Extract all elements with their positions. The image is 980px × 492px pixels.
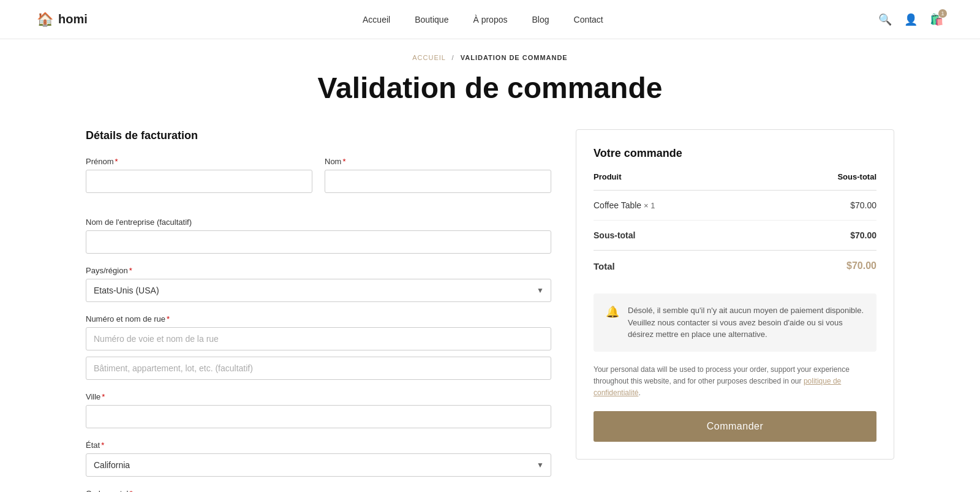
breadcrumb: ACCUEIL / VALIDATION DE COMMANDE (0, 54, 980, 61)
header-icons: 🔍 👤 🛍️ 1 (878, 13, 943, 26)
company-input[interactable] (86, 230, 551, 254)
state-select-wrapper: California New York Texas Florida ▼ (86, 453, 551, 477)
street-label: Numéro et nom de rue* (86, 314, 551, 324)
logo-text: homi (58, 12, 88, 26)
main-content: Détails de facturation Prénom* Nom* Nom … (0, 129, 980, 492)
order-section: Votre commande Produit Sous-total Coffee… (576, 129, 894, 460)
state-select[interactable]: California New York Texas Florida (86, 453, 551, 477)
order-card: Votre commande Produit Sous-total Coffee… (576, 129, 894, 460)
search-icon[interactable]: 🔍 (878, 13, 892, 26)
breadcrumb-home[interactable]: ACCUEIL (412, 54, 445, 61)
name-row: Prénom* Nom* (86, 157, 551, 205)
order-title: Votre commande (594, 147, 876, 160)
account-icon[interactable]: 👤 (904, 13, 918, 26)
cart-badge: 1 (938, 9, 947, 18)
billing-section-title: Détails de facturation (86, 129, 551, 142)
street-group: Numéro et nom de rue* (86, 314, 551, 380)
lastname-label: Nom* (325, 157, 551, 166)
privacy-text: Your personal data will be used to proce… (594, 364, 876, 399)
street-input[interactable] (86, 327, 551, 350)
country-select[interactable]: Etats-Unis (USA) France Canada (86, 279, 551, 302)
alert-text: Désolé, il semble qu'il n'y ait aucun mo… (628, 305, 864, 341)
subtotal-label: Sous-total (594, 221, 767, 251)
main-nav: Accueil Boutique À propos Blog Contact (363, 15, 603, 25)
subtotal-row: Sous-total $70.00 (594, 221, 876, 251)
total-value: $70.00 (767, 251, 876, 282)
billing-form-section: Détails de facturation Prénom* Nom* Nom … (86, 129, 551, 492)
commander-button[interactable]: Commander (594, 411, 876, 442)
payment-alert: 🔔 Désolé, il semble qu'il n'y ait aucun … (594, 293, 876, 352)
product-name: Coffee Table × 1 (594, 191, 767, 221)
firstname-group: Prénom* (86, 157, 312, 193)
city-label: Ville* (86, 392, 551, 401)
header: 🏠 homi Accueil Boutique À propos Blog Co… (0, 0, 980, 39)
firstname-label: Prénom* (86, 157, 312, 166)
nav-apropos[interactable]: À propos (473, 15, 507, 25)
firstname-input[interactable] (86, 170, 312, 193)
total-row: Total $70.00 (594, 251, 876, 282)
zip-group: Code postal* (86, 489, 551, 492)
zip-label: Code postal* (86, 489, 551, 492)
order-table: Produit Sous-total Coffee Table × 1 $70.… (594, 172, 876, 281)
country-label: Pays/région* (86, 266, 551, 275)
nav-blog[interactable]: Blog (532, 15, 549, 25)
subtotal-value: $70.00 (767, 221, 876, 251)
page-title: Validation de commande (0, 71, 980, 105)
lastname-input[interactable] (325, 170, 551, 193)
apt-input[interactable] (86, 357, 551, 380)
lastname-group: Nom* (325, 157, 551, 193)
nav-boutique[interactable]: Boutique (415, 15, 448, 25)
country-select-wrapper: Etats-Unis (USA) France Canada ▼ (86, 279, 551, 302)
bell-icon: 🔔 (606, 305, 619, 319)
country-group: Pays/région* Etats-Unis (USA) France Can… (86, 266, 551, 302)
col-product: Produit (594, 172, 767, 191)
city-group: Ville* (86, 392, 551, 428)
logo-icon: 🏠 (37, 12, 53, 28)
state-group: État* California New York Texas Florida … (86, 441, 551, 477)
order-item-row: Coffee Table × 1 $70.00 (594, 191, 876, 221)
product-price: $70.00 (767, 191, 876, 221)
company-group: Nom de l'entreprise (facultatif) (86, 218, 551, 254)
city-input[interactable] (86, 405, 551, 428)
nav-contact[interactable]: Contact (574, 15, 603, 25)
state-label: État* (86, 441, 551, 450)
cart-icon[interactable]: 🛍️ 1 (930, 13, 943, 26)
col-subtotal: Sous-total (767, 172, 876, 191)
breadcrumb-current: VALIDATION DE COMMANDE (461, 54, 568, 61)
total-label: Total (594, 251, 767, 282)
company-label: Nom de l'entreprise (facultatif) (86, 218, 551, 227)
breadcrumb-separator: / (452, 54, 454, 61)
logo[interactable]: 🏠 homi (37, 12, 88, 28)
nav-accueil[interactable]: Accueil (363, 15, 390, 25)
